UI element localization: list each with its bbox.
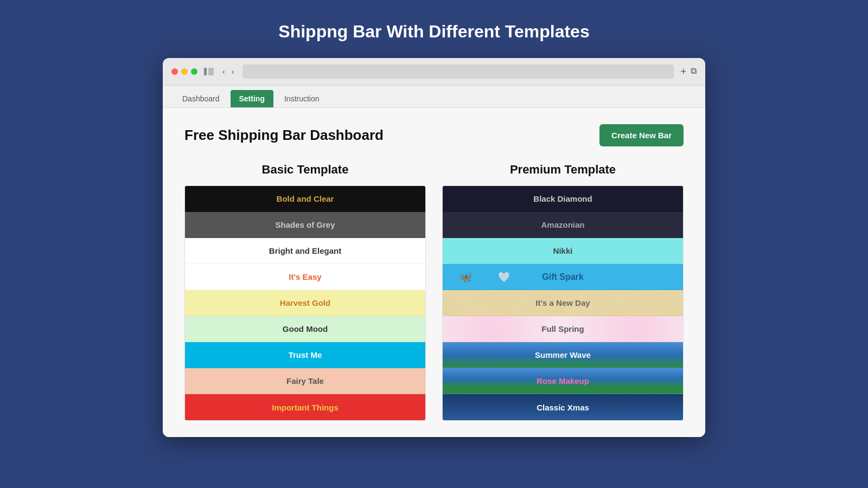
- main-content: Free Shipping Bar Dashboard Create New B…: [163, 108, 705, 437]
- gift-spark-heart-icon: 🤍: [498, 271, 510, 283]
- templates-grid: Basic Template Bold and Clear Shades of …: [184, 163, 684, 421]
- basic-template-list: Bold and Clear Shades of Grey Bright and…: [184, 185, 426, 421]
- tab-dashboard[interactable]: Dashboard: [174, 90, 228, 107]
- template-good-mood[interactable]: Good Mood: [185, 316, 425, 342]
- template-classic-xmas[interactable]: Classic Xmas: [443, 394, 683, 420]
- minimize-button[interactable]: [181, 68, 188, 75]
- browser-chrome: ‹ › + ⧉: [163, 58, 705, 86]
- tab-bar: Dashboard Setting Instruction: [163, 86, 705, 108]
- dashboard-header: Free Shipping Bar Dashboard Create New B…: [184, 124, 684, 146]
- back-button[interactable]: ‹: [220, 66, 227, 77]
- template-full-spring[interactable]: Full Spring: [443, 316, 683, 342]
- copy-icon[interactable]: ⧉: [691, 66, 697, 78]
- template-summer-wave[interactable]: Summer Wave: [443, 342, 683, 368]
- maximize-button[interactable]: [191, 68, 197, 75]
- template-its-a-new-day[interactable]: It's a New Day: [443, 290, 683, 316]
- template-bold-and-clear[interactable]: Bold and Clear: [185, 186, 425, 212]
- sidebar-toggle-icon[interactable]: [204, 68, 214, 75]
- dashboard-title: Free Shipping Bar Dashboard: [184, 127, 384, 144]
- create-new-bar-button[interactable]: Create New Bar: [599, 124, 684, 146]
- template-fairy-tale[interactable]: Fairy Tale: [185, 368, 425, 394]
- premium-template-list: Black Diamond Amazonian Nikki 🦋 🤍 Gift S…: [442, 185, 684, 421]
- browser-window: ‹ › + ⧉ Dashboard Setting Instruction Fr…: [163, 58, 705, 437]
- template-gift-spark[interactable]: 🦋 🤍 Gift Spark: [443, 264, 683, 290]
- template-rose-makeup[interactable]: Rose Makeup: [443, 368, 683, 394]
- browser-actions: + ⧉: [680, 66, 697, 78]
- template-bright-and-elegant[interactable]: Bright and Elegant: [185, 238, 425, 264]
- template-harvest-gold[interactable]: Harvest Gold: [185, 290, 425, 316]
- template-shades-of-grey[interactable]: Shades of Grey: [185, 212, 425, 238]
- template-amazonian[interactable]: Amazonian: [443, 212, 683, 238]
- traffic-lights: [171, 68, 197, 75]
- basic-template-section: Basic Template Bold and Clear Shades of …: [184, 163, 426, 421]
- forward-button[interactable]: ›: [229, 66, 237, 77]
- template-its-easy[interactable]: It's Easy: [185, 264, 425, 290]
- template-nikki[interactable]: Nikki: [443, 238, 683, 264]
- template-important-things[interactable]: Important Things: [185, 394, 425, 420]
- template-black-diamond[interactable]: Black Diamond: [443, 186, 683, 212]
- page-title: Shippng Bar With Different Templates: [278, 22, 589, 42]
- browser-content: Dashboard Setting Instruction Free Shipp…: [163, 86, 705, 437]
- new-tab-icon[interactable]: +: [680, 66, 686, 78]
- nav-arrows: ‹ ›: [220, 66, 236, 77]
- gift-spark-butterfly-icon: 🦋: [459, 271, 473, 284]
- premium-template-section: Premium Template Black Diamond Amazonian…: [442, 163, 684, 421]
- address-bar[interactable]: [242, 65, 674, 79]
- premium-template-heading: Premium Template: [442, 163, 684, 177]
- template-trust-me[interactable]: Trust Me: [185, 342, 425, 368]
- tab-instruction[interactable]: Instruction: [276, 90, 328, 107]
- basic-template-heading: Basic Template: [184, 163, 426, 177]
- close-button[interactable]: [171, 68, 178, 75]
- tab-setting[interactable]: Setting: [231, 90, 273, 107]
